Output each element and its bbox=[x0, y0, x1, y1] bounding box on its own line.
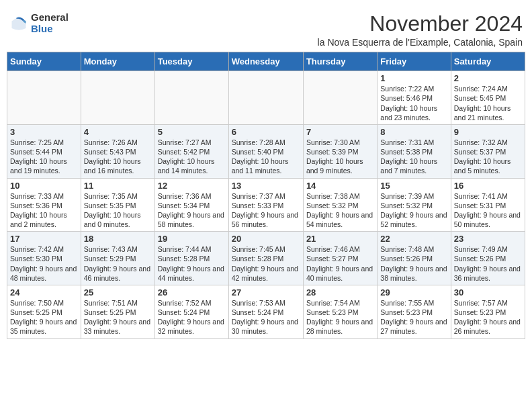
day-number: 1 bbox=[380, 73, 447, 83]
calendar-cell bbox=[303, 71, 377, 125]
column-header-wednesday: Wednesday bbox=[228, 52, 303, 71]
calendar-cell: 29Sunrise: 7:55 AM Sunset: 5:23 PM Dayli… bbox=[378, 285, 451, 338]
calendar-cell bbox=[81, 71, 154, 125]
calendar-cell: 21Sunrise: 7:46 AM Sunset: 5:27 PM Dayli… bbox=[303, 232, 377, 285]
day-number: 29 bbox=[380, 287, 447, 298]
day-info: Sunrise: 7:50 AM Sunset: 5:25 PM Dayligh… bbox=[10, 298, 78, 336]
day-info: Sunrise: 7:46 AM Sunset: 5:27 PM Dayligh… bbox=[306, 244, 374, 283]
calendar-cell bbox=[154, 71, 228, 125]
day-info: Sunrise: 7:57 AM Sunset: 5:23 PM Dayligh… bbox=[454, 298, 522, 336]
day-info: Sunrise: 7:38 AM Sunset: 5:32 PM Dayligh… bbox=[306, 191, 374, 230]
day-info: Sunrise: 7:54 AM Sunset: 5:23 PM Dayligh… bbox=[306, 298, 374, 336]
day-number: 14 bbox=[306, 181, 374, 191]
calendar-cell: 28Sunrise: 7:54 AM Sunset: 5:23 PM Dayli… bbox=[303, 285, 377, 338]
calendar-cell: 3Sunrise: 7:25 AM Sunset: 5:44 PM Daylig… bbox=[7, 124, 81, 178]
location: la Nova Esquerra de l'Eixample, Cataloni… bbox=[318, 37, 523, 48]
logo-general: General bbox=[31, 12, 69, 24]
day-info: Sunrise: 7:27 AM Sunset: 5:42 PM Dayligh… bbox=[158, 138, 226, 176]
calendar-cell: 17Sunrise: 7:42 AM Sunset: 5:30 PM Dayli… bbox=[7, 232, 81, 285]
day-info: Sunrise: 7:31 AM Sunset: 5:38 PM Dayligh… bbox=[380, 138, 447, 176]
calendar-cell: 11Sunrise: 7:35 AM Sunset: 5:35 PM Dayli… bbox=[81, 178, 154, 232]
calendar-cell: 13Sunrise: 7:37 AM Sunset: 5:33 PM Dayli… bbox=[228, 178, 303, 232]
day-number: 12 bbox=[158, 181, 226, 191]
day-number: 25 bbox=[84, 287, 152, 298]
day-info: Sunrise: 7:41 AM Sunset: 5:31 PM Dayligh… bbox=[454, 191, 522, 230]
day-info: Sunrise: 7:53 AM Sunset: 5:24 PM Dayligh… bbox=[232, 298, 300, 336]
calendar-cell: 30Sunrise: 7:57 AM Sunset: 5:23 PM Dayli… bbox=[451, 285, 525, 338]
calendar-cell: 20Sunrise: 7:45 AM Sunset: 5:28 PM Dayli… bbox=[228, 232, 303, 285]
column-header-tuesday: Tuesday bbox=[154, 52, 228, 71]
day-info: Sunrise: 7:42 AM Sunset: 5:30 PM Dayligh… bbox=[10, 244, 78, 283]
calendar-cell bbox=[7, 71, 81, 125]
day-number: 10 bbox=[10, 181, 78, 191]
day-number: 5 bbox=[158, 127, 226, 137]
day-number: 17 bbox=[10, 234, 78, 244]
calendar-cell: 7Sunrise: 7:30 AM Sunset: 5:39 PM Daylig… bbox=[303, 124, 377, 178]
day-number: 13 bbox=[232, 181, 300, 191]
calendar-cell: 26Sunrise: 7:52 AM Sunset: 5:24 PM Dayli… bbox=[154, 285, 228, 338]
day-number: 9 bbox=[454, 127, 522, 137]
column-header-thursday: Thursday bbox=[303, 52, 377, 71]
day-info: Sunrise: 7:49 AM Sunset: 5:26 PM Dayligh… bbox=[454, 244, 522, 283]
calendar-cell: 25Sunrise: 7:51 AM Sunset: 5:25 PM Dayli… bbox=[81, 285, 154, 338]
calendar-cell: 27Sunrise: 7:53 AM Sunset: 5:24 PM Dayli… bbox=[228, 285, 303, 338]
calendar-cell: 18Sunrise: 7:43 AM Sunset: 5:29 PM Dayli… bbox=[81, 232, 154, 285]
day-info: Sunrise: 7:30 AM Sunset: 5:39 PM Dayligh… bbox=[306, 138, 374, 176]
day-info: Sunrise: 7:39 AM Sunset: 5:32 PM Dayligh… bbox=[380, 191, 447, 230]
day-info: Sunrise: 7:45 AM Sunset: 5:28 PM Dayligh… bbox=[232, 244, 300, 283]
day-info: Sunrise: 7:44 AM Sunset: 5:28 PM Dayligh… bbox=[158, 244, 226, 283]
day-number: 20 bbox=[232, 234, 300, 244]
calendar-cell: 2Sunrise: 7:24 AM Sunset: 5:45 PM Daylig… bbox=[451, 71, 525, 125]
logo-text: General Blue bbox=[31, 12, 69, 34]
day-info: Sunrise: 7:52 AM Sunset: 5:24 PM Dayligh… bbox=[158, 298, 226, 336]
calendar-cell: 9Sunrise: 7:32 AM Sunset: 5:37 PM Daylig… bbox=[451, 124, 525, 178]
calendar-cell: 10Sunrise: 7:33 AM Sunset: 5:36 PM Dayli… bbox=[7, 178, 81, 232]
day-info: Sunrise: 7:32 AM Sunset: 5:37 PM Dayligh… bbox=[454, 138, 522, 176]
day-number: 23 bbox=[454, 234, 522, 244]
calendar-cell: 23Sunrise: 7:49 AM Sunset: 5:26 PM Dayli… bbox=[451, 232, 525, 285]
day-number: 27 bbox=[232, 287, 300, 298]
logo-blue: Blue bbox=[31, 24, 69, 35]
day-number: 8 bbox=[380, 127, 447, 137]
column-header-friday: Friday bbox=[378, 52, 451, 71]
day-number: 7 bbox=[306, 127, 374, 137]
day-number: 28 bbox=[306, 287, 374, 298]
day-info: Sunrise: 7:35 AM Sunset: 5:35 PM Dayligh… bbox=[84, 191, 152, 230]
day-info: Sunrise: 7:43 AM Sunset: 5:29 PM Dayligh… bbox=[84, 244, 152, 283]
day-number: 18 bbox=[84, 234, 152, 244]
day-info: Sunrise: 7:25 AM Sunset: 5:44 PM Dayligh… bbox=[10, 138, 78, 176]
month-title: November 2024 bbox=[318, 12, 523, 36]
calendar-header-row: SundayMondayTuesdayWednesdayThursdayFrid… bbox=[7, 52, 525, 71]
day-info: Sunrise: 7:48 AM Sunset: 5:26 PM Dayligh… bbox=[380, 244, 447, 283]
column-header-saturday: Saturday bbox=[451, 52, 525, 71]
day-number: 21 bbox=[306, 234, 374, 244]
day-info: Sunrise: 7:24 AM Sunset: 5:45 PM Dayligh… bbox=[454, 84, 522, 122]
day-number: 6 bbox=[232, 127, 300, 137]
calendar-cell: 24Sunrise: 7:50 AM Sunset: 5:25 PM Dayli… bbox=[7, 285, 81, 338]
day-info: Sunrise: 7:55 AM Sunset: 5:23 PM Dayligh… bbox=[380, 298, 447, 336]
day-number: 22 bbox=[380, 234, 447, 244]
calendar-cell bbox=[228, 71, 303, 125]
day-number: 11 bbox=[84, 181, 152, 191]
calendar-cell: 14Sunrise: 7:38 AM Sunset: 5:32 PM Dayli… bbox=[303, 178, 377, 232]
calendar-week-row: 17Sunrise: 7:42 AM Sunset: 5:30 PM Dayli… bbox=[7, 232, 525, 285]
day-number: 15 bbox=[380, 181, 447, 191]
calendar-week-row: 24Sunrise: 7:50 AM Sunset: 5:25 PM Dayli… bbox=[7, 285, 525, 338]
day-info: Sunrise: 7:37 AM Sunset: 5:33 PM Dayligh… bbox=[232, 191, 300, 230]
day-number: 4 bbox=[84, 127, 152, 137]
logo: General Blue bbox=[9, 12, 69, 34]
calendar-cell: 5Sunrise: 7:27 AM Sunset: 5:42 PM Daylig… bbox=[154, 124, 228, 178]
calendar-cell: 12Sunrise: 7:36 AM Sunset: 5:34 PM Dayli… bbox=[154, 178, 228, 232]
logo-icon bbox=[9, 14, 28, 33]
calendar-cell: 19Sunrise: 7:44 AM Sunset: 5:28 PM Dayli… bbox=[154, 232, 228, 285]
day-info: Sunrise: 7:36 AM Sunset: 5:34 PM Dayligh… bbox=[158, 191, 226, 230]
calendar-cell: 8Sunrise: 7:31 AM Sunset: 5:38 PM Daylig… bbox=[378, 124, 451, 178]
day-info: Sunrise: 7:22 AM Sunset: 5:46 PM Dayligh… bbox=[380, 84, 447, 122]
calendar-week-row: 1Sunrise: 7:22 AM Sunset: 5:46 PM Daylig… bbox=[7, 71, 525, 125]
calendar-cell: 16Sunrise: 7:41 AM Sunset: 5:31 PM Dayli… bbox=[451, 178, 525, 232]
calendar-cell: 6Sunrise: 7:28 AM Sunset: 5:40 PM Daylig… bbox=[228, 124, 303, 178]
calendar-cell: 4Sunrise: 7:26 AM Sunset: 5:43 PM Daylig… bbox=[81, 124, 154, 178]
calendar-cell: 22Sunrise: 7:48 AM Sunset: 5:26 PM Dayli… bbox=[378, 232, 451, 285]
day-number: 16 bbox=[454, 181, 522, 191]
calendar-table: SundayMondayTuesdayWednesdayThursdayFrid… bbox=[7, 52, 525, 338]
